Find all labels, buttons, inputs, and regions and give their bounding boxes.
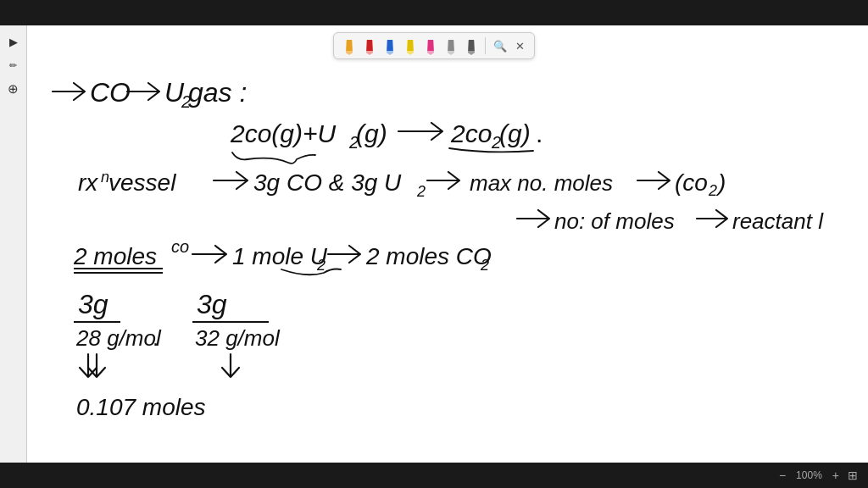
search-btn[interactable]: 🔍: [491, 38, 509, 54]
svg-text:2 moles: 2 moles: [73, 243, 157, 269]
orange-pencil-btn[interactable]: [341, 36, 358, 55]
svg-text:(co: (co: [675, 169, 708, 196]
svg-text:2: 2: [708, 182, 717, 199]
add-tool[interactable]: ⊕: [4, 80, 23, 98]
svg-text:(g): (g): [499, 119, 531, 147]
svg-text:max no. moles: max no. moles: [470, 170, 613, 196]
svg-text:2 moles CO: 2 moles CO: [365, 243, 492, 269]
svg-text:2: 2: [316, 257, 326, 274]
svg-text:(g): (g): [356, 119, 387, 147]
svg-text:.: .: [153, 325, 159, 351]
svg-text:3g: 3g: [197, 289, 227, 319]
zoom-level-label: 100%: [794, 469, 824, 481]
svg-text:CO: CO: [90, 77, 131, 108]
bottom-bar: − 100% + ⊞: [0, 463, 868, 488]
svg-text:1 mole U: 1 mole U: [232, 243, 328, 269]
zoom-out-btn[interactable]: −: [776, 467, 789, 484]
pink-pencil-btn[interactable]: [422, 36, 439, 55]
svg-text:2: 2: [480, 257, 489, 274]
top-bar: [0, 0, 868, 25]
drawing-toolbar: 🔍 ✕: [333, 32, 535, 59]
svg-text:2co(g)+U: 2co(g)+U: [230, 119, 337, 147]
svg-text:reactant l: reactant l: [732, 208, 824, 234]
svg-text:3g  CO & 3g U: 3g CO & 3g U: [253, 169, 402, 196]
svg-text:2: 2: [416, 183, 426, 200]
svg-text:3g: 3g: [78, 289, 108, 319]
darkgray-pencil-btn[interactable]: [463, 36, 480, 55]
svg-text:.: .: [536, 119, 542, 147]
page-view-btn[interactable]: ⊞: [848, 469, 858, 482]
svg-text:32 g/mol: 32 g/mol: [195, 325, 281, 351]
svg-text:rx: rx: [78, 169, 98, 196]
toolbar-separator: [485, 37, 486, 54]
close-btn[interactable]: ✕: [513, 38, 527, 54]
red-pencil-btn[interactable]: [361, 36, 378, 55]
svg-text:gas  :: gas :: [188, 77, 247, 108]
eraser-tool[interactable]: ✏: [4, 56, 23, 75]
left-toolbar: ▶ ✏ ⊕: [0, 25, 27, 463]
svg-text:0.107 moles: 0.107 moles: [76, 394, 206, 420]
svg-text:no:  of moles: no: of moles: [554, 208, 675, 234]
canvas-content: CO U 2 gas : 2co(g)+U 2 (g) 2co 2 (g) . …: [27, 25, 868, 463]
blue-pencil-btn[interactable]: [381, 36, 398, 55]
svg-text:co: co: [171, 237, 189, 256]
svg-text:28 g/mol: 28 g/mol: [75, 325, 162, 351]
svg-text:vessel: vessel: [108, 169, 176, 196]
pointer-tool[interactable]: ▶: [4, 32, 23, 51]
zoom-in-btn[interactable]: +: [829, 467, 843, 484]
svg-text:2co: 2co: [450, 119, 492, 147]
yellow-pencil-btn[interactable]: [402, 36, 419, 55]
gray-pencil-btn[interactable]: [442, 36, 459, 55]
